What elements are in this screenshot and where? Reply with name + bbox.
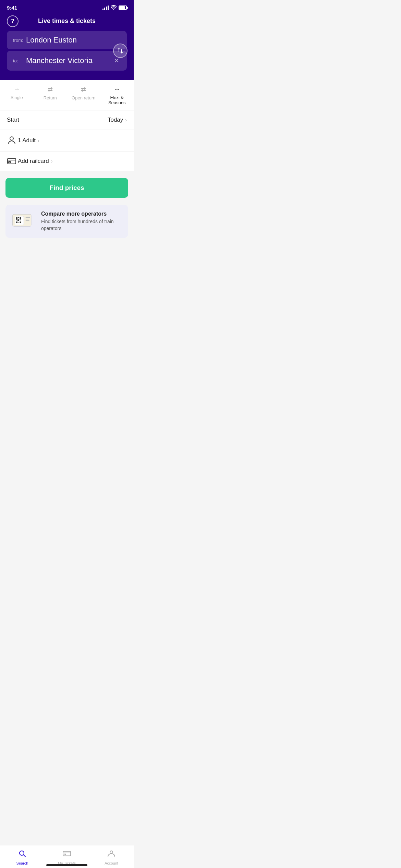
from-label: from: <box>13 38 23 43</box>
railcard-chevron: › <box>51 158 53 164</box>
find-prices-button[interactable]: Find prices <box>5 178 128 198</box>
passenger-icon <box>7 136 16 145</box>
status-bar: 9:41 <box>0 0 134 14</box>
compare-operators-card[interactable]: Compare more operators Find tickets from… <box>5 205 128 238</box>
compare-text: Compare more operators Find tickets from… <box>41 211 122 232</box>
passengers-chevron: › <box>38 138 39 143</box>
railcard-value: Add railcard › <box>18 158 52 165</box>
flexi-icon: ↔ <box>114 86 120 93</box>
from-value: London Euston <box>26 36 121 45</box>
passengers-value: 1 Adult › <box>18 137 39 144</box>
ticket-type-tabs: → Single ⇄ Return ⇄ Open return ↔ Flexi … <box>0 80 134 110</box>
form-section: Start Today › 1 Adult › <box>0 110 134 171</box>
railcard-row[interactable]: Add railcard › <box>0 152 134 171</box>
return-icon: ⇄ <box>48 86 53 93</box>
svg-rect-12 <box>20 219 21 220</box>
to-field[interactable]: to: Manchester Victoria ✕ <box>7 51 127 71</box>
svg-rect-10 <box>16 219 17 220</box>
single-label: Single <box>11 95 23 100</box>
start-label: Start <box>7 117 108 123</box>
compare-description: Find tickets from hundreds of train oper… <box>41 218 122 232</box>
station-inputs: from: London Euston to: Manchester Victo… <box>7 31 127 71</box>
to-value: Manchester Victoria <box>26 56 110 65</box>
svg-rect-13 <box>16 221 18 223</box>
page-title: Live times & tickets <box>38 17 96 25</box>
compare-ticket-illustration <box>12 212 36 231</box>
passengers-row[interactable]: 1 Adult › <box>0 130 134 152</box>
single-icon: → <box>14 86 20 93</box>
svg-rect-8 <box>18 217 19 218</box>
start-date-row[interactable]: Start Today › <box>0 110 134 130</box>
tab-single[interactable]: → Single <box>0 80 34 110</box>
svg-point-0 <box>10 137 13 140</box>
start-value: Today › <box>108 117 127 123</box>
compare-title: Compare more operators <box>41 211 122 217</box>
svg-rect-18 <box>26 220 29 221</box>
tab-return[interactable]: ⇄ Return <box>34 80 67 110</box>
status-icons <box>102 5 127 11</box>
start-chevron: › <box>125 117 127 123</box>
flexi-label: Flexi & Seasons <box>103 95 131 105</box>
from-field[interactable]: from: London Euston <box>7 31 127 49</box>
svg-rect-15 <box>20 221 21 223</box>
return-label: Return <box>44 95 57 100</box>
svg-rect-11 <box>17 219 19 221</box>
time: 9:41 <box>7 5 17 11</box>
svg-rect-3 <box>9 161 11 163</box>
to-label: to: <box>13 58 23 63</box>
tab-open-return[interactable]: ⇄ Open return <box>67 80 100 110</box>
help-button[interactable]: ? <box>7 15 19 27</box>
railcard-icon <box>7 158 16 164</box>
open-return-label: Open return <box>72 95 95 100</box>
signal-icon <box>102 5 109 10</box>
svg-rect-14 <box>18 222 19 222</box>
swap-stations-button[interactable] <box>113 44 127 58</box>
svg-rect-7 <box>16 217 18 219</box>
open-return-icon: ⇄ <box>81 86 86 93</box>
wifi-icon <box>111 5 117 11</box>
svg-rect-16 <box>26 217 30 218</box>
battery-icon <box>119 5 127 10</box>
tab-flexi[interactable]: ↔ Flexi & Seasons <box>100 80 134 110</box>
header: ? Live times & tickets from: London Eust… <box>0 14 134 80</box>
svg-rect-17 <box>26 219 29 219</box>
svg-rect-9 <box>20 217 21 219</box>
header-top: ? Live times & tickets <box>7 17 127 25</box>
